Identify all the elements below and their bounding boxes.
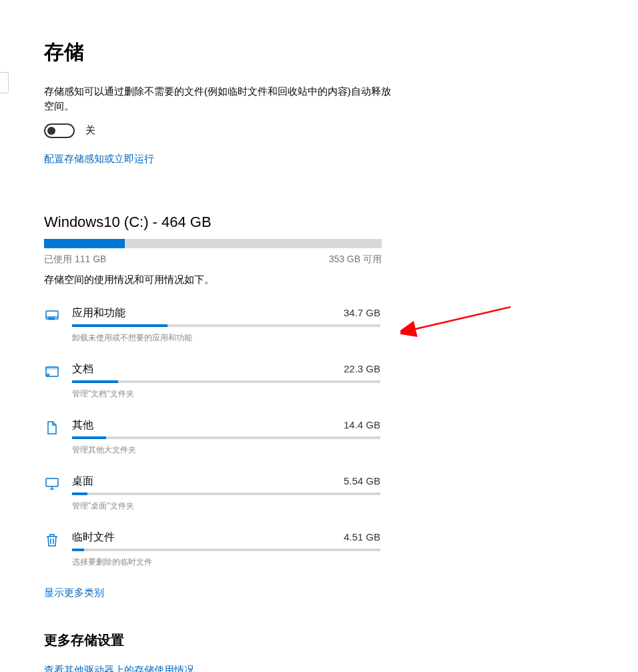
left-panel-edge [0, 72, 9, 93]
storage-sense-description: 存储感知可以通过删除不需要的文件(例如临时文件和回收站中的内容)自动释放空间。 [44, 85, 391, 114]
category-header: 临时文件 4.51 GB [72, 531, 380, 545]
svg-rect-6 [46, 367, 58, 369]
drive-available-label: 353 GB 可用 [329, 254, 382, 266]
category-usage-bar [72, 549, 380, 551]
category-usage-bar [72, 324, 380, 327]
category-usage-bar-fill [72, 324, 168, 327]
category-body: 应用和功能 34.7 GB 卸载未使用或不想要的应用和功能 [72, 306, 380, 344]
storage-sense-toggle-row: 关 [44, 123, 427, 138]
category-size: 5.54 GB [344, 475, 380, 486]
svg-line-15 [412, 307, 511, 330]
apps-icon [44, 308, 60, 324]
category-name: 桌面 [72, 474, 93, 488]
category-body: 其他 14.4 GB 管理其他大文件夹 [72, 418, 380, 456]
toggle-knob [47, 127, 55, 135]
category-header: 桌面 5.54 GB [72, 474, 380, 488]
category-subtext: 卸载未使用或不想要的应用和功能 [72, 332, 380, 344]
category-item-apps[interactable]: 应用和功能 34.7 GB 卸载未使用或不想要的应用和功能 [44, 306, 427, 344]
drive-title: Windows10 (C:) - 464 GB [44, 214, 427, 231]
usage-breakdown-description: 存储空间的使用情况和可用情况如下。 [44, 274, 427, 286]
category-subtext: 管理其他大文件夹 [72, 444, 380, 456]
category-subtext: 管理"文档"文件夹 [72, 388, 380, 400]
svg-rect-4 [53, 318, 54, 320]
show-more-categories-link[interactable]: 显示更多类别 [44, 587, 104, 599]
desktop-icon [44, 476, 60, 492]
category-header: 应用和功能 34.7 GB [72, 306, 380, 320]
category-body: 桌面 5.54 GB 管理"桌面"文件夹 [72, 474, 380, 512]
category-body: 文档 22.3 GB 管理"文档"文件夹 [72, 362, 380, 400]
category-usage-bar [72, 436, 380, 439]
category-name: 应用和功能 [72, 306, 125, 320]
category-name: 其他 [72, 418, 93, 432]
toggle-state-label: 关 [85, 124, 95, 137]
category-size: 4.51 GB [344, 531, 380, 543]
other-drives-usage-link[interactable]: 查看其他驱动器上的存储使用情况 [44, 664, 194, 673]
category-subtext: 选择要删除的临时文件 [72, 557, 380, 568]
drive-usage-labels: 已使用 111 GB 353 GB 可用 [44, 254, 382, 266]
category-name: 文档 [72, 362, 93, 376]
category-item-documents[interactable]: 文档 22.3 GB 管理"文档"文件夹 [44, 362, 427, 400]
svg-point-7 [47, 374, 49, 376]
more-storage-settings-title: 更多存储设置 [44, 631, 427, 649]
category-item-other[interactable]: 其他 14.4 GB 管理其他大文件夹 [44, 418, 427, 456]
category-usage-bar-fill [72, 436, 106, 439]
category-usage-bar [72, 492, 380, 495]
svg-rect-3 [51, 318, 52, 320]
category-name: 临时文件 [72, 531, 115, 545]
svg-rect-8 [46, 478, 58, 486]
category-usage-bar-fill [72, 492, 87, 495]
category-size: 22.3 GB [344, 363, 380, 374]
category-usage-bar [72, 380, 380, 383]
category-body: 临时文件 4.51 GB 选择要删除的临时文件 [72, 531, 380, 568]
other-icon [44, 420, 60, 436]
storage-settings-page: 存储 存储感知可以通过删除不需要的文件(例如临时文件和回收站中的内容)自动释放空… [0, 0, 427, 672]
svg-rect-0 [46, 311, 58, 319]
category-item-desktop[interactable]: 桌面 5.54 GB 管理"桌面"文件夹 [44, 474, 427, 512]
page-title: 存储 [44, 39, 427, 66]
category-header: 其他 14.4 GB [72, 418, 380, 432]
storage-sense-toggle[interactable] [44, 123, 75, 138]
documents-icon [44, 364, 60, 380]
category-subtext: 管理"桌面"文件夹 [72, 500, 380, 512]
drive-usage-bar-fill [44, 239, 125, 248]
drive-section: Windows10 (C:) - 464 GB 已使用 111 GB 353 G… [44, 214, 427, 673]
temp-icon [44, 532, 60, 548]
category-size: 14.4 GB [344, 419, 380, 430]
svg-rect-2 [49, 318, 50, 320]
drive-used-label: 已使用 111 GB [44, 254, 106, 266]
category-size: 34.7 GB [344, 307, 380, 318]
category-header: 文档 22.3 GB [72, 362, 380, 376]
category-usage-bar-fill [72, 549, 84, 551]
category-usage-bar-fill [72, 380, 118, 383]
category-item-temp[interactable]: 临时文件 4.51 GB 选择要删除的临时文件 [44, 531, 427, 568]
drive-usage-bar [44, 239, 382, 248]
category-list: 应用和功能 34.7 GB 卸载未使用或不想要的应用和功能 文档 22.3 GB… [44, 306, 427, 568]
configure-storage-sense-link[interactable]: 配置存储感知或立即运行 [44, 153, 154, 165]
